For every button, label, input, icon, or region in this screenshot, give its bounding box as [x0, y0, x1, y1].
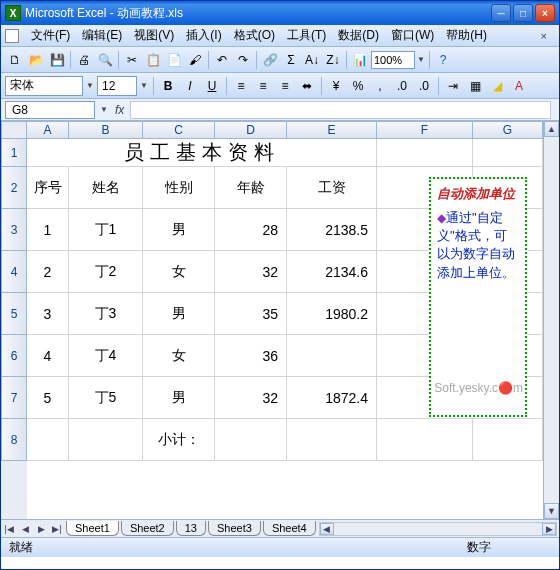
row-header[interactable]: 2 — [1, 167, 27, 209]
row-header[interactable]: 5 — [1, 293, 27, 335]
decrease-decimal-button[interactable]: .0 — [414, 76, 434, 96]
cell[interactable]: 32 — [215, 251, 287, 293]
underline-button[interactable]: U — [202, 76, 222, 96]
cell[interactable]: 35 — [215, 293, 287, 335]
tab-next-icon[interactable]: ▶ — [33, 521, 49, 537]
bold-button[interactable]: B — [158, 76, 178, 96]
scroll-up-icon[interactable]: ▲ — [544, 121, 559, 137]
row-header[interactable]: 8 — [1, 419, 27, 461]
currency-button[interactable]: ¥ — [326, 76, 346, 96]
cell[interactable]: 姓名 — [69, 167, 143, 209]
sort-desc-button[interactable]: Z↓ — [323, 50, 343, 70]
cell[interactable]: 丁5 — [69, 377, 143, 419]
sheet-tab[interactable]: 13 — [176, 521, 206, 536]
title-cell[interactable]: 员工基本资料 — [27, 139, 377, 167]
cell[interactable]: 5 — [27, 377, 69, 419]
tab-first-icon[interactable]: |◀ — [1, 521, 17, 537]
menu-help[interactable]: 帮助(H) — [440, 25, 493, 46]
cell[interactable]: 丁4 — [69, 335, 143, 377]
sort-asc-button[interactable]: A↓ — [302, 50, 322, 70]
row-header[interactable]: 6 — [1, 335, 27, 377]
column-header[interactable]: F — [377, 121, 473, 139]
column-header[interactable]: C — [143, 121, 215, 139]
increase-decimal-button[interactable]: .0 — [392, 76, 412, 96]
select-all-corner[interactable] — [1, 121, 27, 139]
scroll-right-icon[interactable]: ▶ — [542, 523, 556, 535]
tab-prev-icon[interactable]: ◀ — [17, 521, 33, 537]
cell[interactable]: 男 — [143, 293, 215, 335]
horizontal-scrollbar[interactable]: ◀ ▶ — [319, 522, 557, 536]
cell[interactable]: 1872.4 — [287, 377, 377, 419]
grid-main[interactable]: ABCDEFG 员工基本资料序号姓名性别年龄工资1丁1男282138.52丁2女… — [27, 121, 543, 519]
cell[interactable]: 28 — [215, 209, 287, 251]
merge-button[interactable]: ⬌ — [297, 76, 317, 96]
format-painter-button[interactable]: 🖌 — [185, 50, 205, 70]
sheet-tab[interactable]: Sheet1 — [66, 521, 119, 536]
preview-button[interactable]: 🔍 — [95, 50, 115, 70]
print-button[interactable]: 🖨 — [74, 50, 94, 70]
cell[interactable]: 性别 — [143, 167, 215, 209]
cell[interactable]: 1 — [27, 209, 69, 251]
close-button[interactable]: × — [535, 4, 555, 22]
menu-view[interactable]: 视图(V) — [128, 25, 180, 46]
column-header[interactable]: A — [27, 121, 69, 139]
cell[interactable]: 丁3 — [69, 293, 143, 335]
column-header[interactable]: D — [215, 121, 287, 139]
autosum-button[interactable]: Σ — [281, 50, 301, 70]
cell[interactable]: 3 — [27, 293, 69, 335]
fx-icon[interactable]: fx — [109, 103, 130, 117]
sheet-tab[interactable]: Sheet2 — [121, 521, 174, 536]
minimize-button[interactable]: ─ — [491, 4, 511, 22]
vertical-scrollbar[interactable]: ▲ ▼ — [543, 121, 559, 519]
cell[interactable]: 女 — [143, 251, 215, 293]
cell[interactable] — [215, 419, 287, 461]
undo-button[interactable]: ↶ — [212, 50, 232, 70]
indent-button[interactable]: ⇥ — [443, 76, 463, 96]
font-size-select[interactable]: 12 — [97, 76, 137, 96]
row-header[interactable]: 4 — [1, 251, 27, 293]
cell[interactable] — [473, 419, 543, 461]
zoom-dropdown-icon[interactable]: ▼ — [416, 55, 426, 64]
help-button[interactable]: ? — [433, 50, 453, 70]
cell[interactable]: 2 — [27, 251, 69, 293]
cell[interactable]: 36 — [215, 335, 287, 377]
column-header[interactable]: E — [287, 121, 377, 139]
cell[interactable]: 年龄 — [215, 167, 287, 209]
scroll-left-icon[interactable]: ◀ — [320, 523, 334, 535]
align-right-button[interactable]: ≡ — [275, 76, 295, 96]
cell[interactable]: 4 — [27, 335, 69, 377]
open-button[interactable]: 📂 — [26, 50, 46, 70]
link-button[interactable]: 🔗 — [260, 50, 280, 70]
cell[interactable]: 序号 — [27, 167, 69, 209]
italic-button[interactable]: I — [180, 76, 200, 96]
row-header[interactable]: 3 — [1, 209, 27, 251]
cell[interactable]: 男 — [143, 209, 215, 251]
chevron-down-icon[interactable]: ▼ — [139, 81, 149, 90]
chevron-down-icon[interactable]: ▼ — [85, 81, 95, 90]
align-center-button[interactable]: ≡ — [253, 76, 273, 96]
sheet-tab[interactable]: Sheet3 — [208, 521, 261, 536]
align-left-button[interactable]: ≡ — [231, 76, 251, 96]
redo-button[interactable]: ↷ — [233, 50, 253, 70]
menu-window[interactable]: 窗口(W) — [385, 25, 440, 46]
borders-button[interactable]: ▦ — [465, 76, 485, 96]
font-color-button[interactable]: A — [509, 76, 529, 96]
cell[interactable] — [377, 139, 473, 167]
cut-button[interactable]: ✂ — [122, 50, 142, 70]
cell[interactable]: 2134.6 — [287, 251, 377, 293]
scroll-thumb[interactable] — [544, 137, 559, 503]
cell[interactable]: 丁2 — [69, 251, 143, 293]
cell[interactable]: 女 — [143, 335, 215, 377]
chart-button[interactable]: 📊 — [350, 50, 370, 70]
paste-button[interactable]: 📄 — [164, 50, 184, 70]
cell[interactable] — [287, 335, 377, 377]
namebox-dropdown-icon[interactable]: ▼ — [99, 105, 109, 114]
cell[interactable]: 男 — [143, 377, 215, 419]
comma-button[interactable]: , — [370, 76, 390, 96]
menu-insert[interactable]: 插入(I) — [180, 25, 227, 46]
copy-button[interactable]: 📋 — [143, 50, 163, 70]
cell[interactable] — [287, 419, 377, 461]
new-button[interactable]: 🗋 — [5, 50, 25, 70]
menu-tools[interactable]: 工具(T) — [281, 25, 332, 46]
cell[interactable] — [377, 419, 473, 461]
